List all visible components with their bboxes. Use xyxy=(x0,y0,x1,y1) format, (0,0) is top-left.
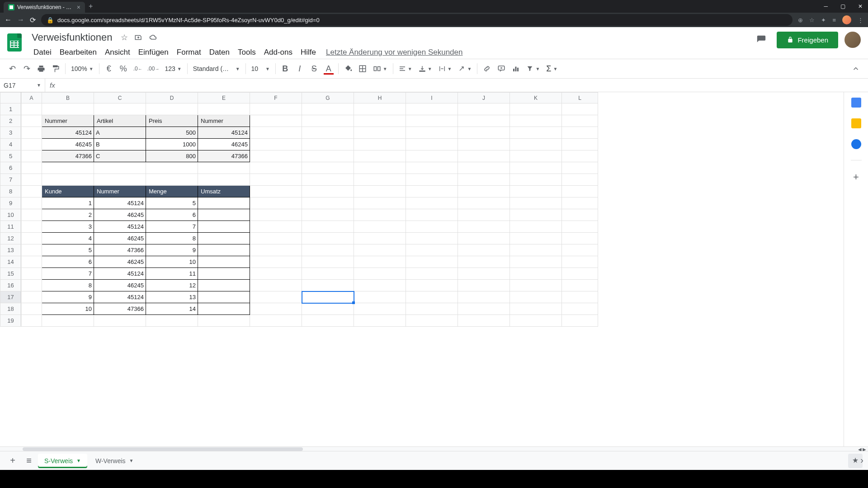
cell-A18[interactable] xyxy=(21,303,42,315)
horizontal-align-button[interactable]: ▼ xyxy=(396,65,415,72)
number-format-select[interactable]: 123▼ xyxy=(162,65,184,72)
cell-D19[interactable] xyxy=(146,315,198,327)
cell-B2[interactable]: Nummer xyxy=(42,115,94,127)
cell-C15[interactable]: 45124 xyxy=(94,268,146,280)
menu-ansicht[interactable]: Ansicht xyxy=(101,46,134,59)
cell-K15[interactable] xyxy=(510,268,562,280)
cell-J17[interactable] xyxy=(458,291,510,303)
cell-J5[interactable] xyxy=(458,150,510,162)
cell-K4[interactable] xyxy=(510,139,562,150)
comments-button[interactable] xyxy=(752,31,770,49)
strikethrough-button[interactable]: S xyxy=(307,62,321,75)
filter-button[interactable]: ▼ xyxy=(524,65,542,72)
cell-I4[interactable] xyxy=(406,139,458,150)
cell-I9[interactable] xyxy=(406,197,458,209)
cell-L1[interactable] xyxy=(562,103,598,115)
cell-A16[interactable] xyxy=(21,280,42,291)
cell-H5[interactable] xyxy=(354,150,406,162)
last-edit-link[interactable]: Letzte Änderung vor wenigen Sekunden xyxy=(326,48,462,57)
cell-F11[interactable] xyxy=(250,221,302,233)
cell-A4[interactable] xyxy=(21,139,42,150)
row-header-3[interactable]: 3 xyxy=(0,127,21,139)
cell-K18[interactable] xyxy=(510,303,562,315)
cell-I19[interactable] xyxy=(406,315,458,327)
cell-A12[interactable] xyxy=(21,233,42,244)
cell-I18[interactable] xyxy=(406,303,458,315)
cell-B8[interactable]: Kunde xyxy=(42,186,94,197)
cell-K10[interactable] xyxy=(510,209,562,221)
column-header-A[interactable]: A xyxy=(21,93,42,103)
text-wrap-button[interactable]: ▼ xyxy=(436,65,455,72)
cell-L15[interactable] xyxy=(562,268,598,280)
cell-E14[interactable] xyxy=(198,256,250,268)
sheet-tab-other[interactable]: W-Verweis▼ xyxy=(89,454,140,468)
cell-H3[interactable] xyxy=(354,127,406,139)
cell-F6[interactable] xyxy=(250,162,302,174)
cell-I6[interactable] xyxy=(406,162,458,174)
row-header-7[interactable]: 7 xyxy=(0,174,21,186)
cell-E12[interactable] xyxy=(198,233,250,244)
cell-B10[interactable]: 2 xyxy=(42,209,94,221)
cell-K13[interactable] xyxy=(510,244,562,256)
cell-H12[interactable] xyxy=(354,233,406,244)
cell-K14[interactable] xyxy=(510,256,562,268)
cell-C13[interactable]: 47366 xyxy=(94,244,146,256)
cell-C16[interactable]: 46245 xyxy=(94,280,146,291)
add-sheet-button[interactable]: + xyxy=(5,454,20,468)
row-header-5[interactable]: 5 xyxy=(0,150,21,162)
cell-H18[interactable] xyxy=(354,303,406,315)
cell-D7[interactable] xyxy=(146,174,198,186)
cell-I5[interactable] xyxy=(406,150,458,162)
reading-list-icon[interactable]: ≡ xyxy=(832,17,836,23)
cell-K2[interactable] xyxy=(510,115,562,127)
cell-L19[interactable] xyxy=(562,315,598,327)
cell-B16[interactable]: 8 xyxy=(42,280,94,291)
row-header-15[interactable]: 15 xyxy=(0,268,21,280)
cell-K11[interactable] xyxy=(510,221,562,233)
cell-J10[interactable] xyxy=(458,209,510,221)
percent-button[interactable]: % xyxy=(117,62,130,75)
paint-format-button[interactable] xyxy=(49,62,62,75)
cell-D18[interactable]: 14 xyxy=(146,303,198,315)
profile-avatar-small[interactable] xyxy=(842,15,851,24)
cell-F4[interactable] xyxy=(250,139,302,150)
cell-G9[interactable] xyxy=(302,197,354,209)
cell-K19[interactable] xyxy=(510,315,562,327)
cell-A2[interactable] xyxy=(21,115,42,127)
cell-G8[interactable] xyxy=(302,186,354,197)
cell-I15[interactable] xyxy=(406,268,458,280)
extensions-icon[interactable]: ✦ xyxy=(821,17,826,23)
cell-K9[interactable] xyxy=(510,197,562,209)
column-header-G[interactable]: G xyxy=(302,93,354,103)
cell-E19[interactable] xyxy=(198,315,250,327)
functions-button[interactable]: Σ▼ xyxy=(543,64,560,74)
cell-G2[interactable] xyxy=(302,115,354,127)
row-header-6[interactable]: 6 xyxy=(0,162,21,174)
cell-C5[interactable]: C xyxy=(94,150,146,162)
cell-B9[interactable]: 1 xyxy=(42,197,94,209)
decrease-decimal-button[interactable]: .0← xyxy=(131,62,145,75)
cell-E15[interactable] xyxy=(198,268,250,280)
row-header-1[interactable]: 1 xyxy=(0,103,21,115)
cell-B4[interactable]: 46245 xyxy=(42,139,94,150)
cell-E10[interactable] xyxy=(198,209,250,221)
borders-button[interactable] xyxy=(356,62,369,75)
cell-B17[interactable]: 9 xyxy=(42,291,94,303)
cell-E1[interactable] xyxy=(198,103,250,115)
cell-H11[interactable] xyxy=(354,221,406,233)
cell-G11[interactable] xyxy=(302,221,354,233)
cell-I11[interactable] xyxy=(406,221,458,233)
cell-B19[interactable] xyxy=(42,315,94,327)
insert-link-button[interactable] xyxy=(480,62,494,75)
cell-F9[interactable] xyxy=(250,197,302,209)
cell-L4[interactable] xyxy=(562,139,598,150)
cell-I3[interactable] xyxy=(406,127,458,139)
cell-A14[interactable] xyxy=(21,256,42,268)
cell-J2[interactable] xyxy=(458,115,510,127)
cell-D2[interactable]: Preis xyxy=(146,115,198,127)
menu-addons[interactable]: Add-ons xyxy=(260,46,296,59)
cell-G4[interactable] xyxy=(302,139,354,150)
cell-D10[interactable]: 6 xyxy=(146,209,198,221)
cell-I7[interactable] xyxy=(406,174,458,186)
cell-L10[interactable] xyxy=(562,209,598,221)
